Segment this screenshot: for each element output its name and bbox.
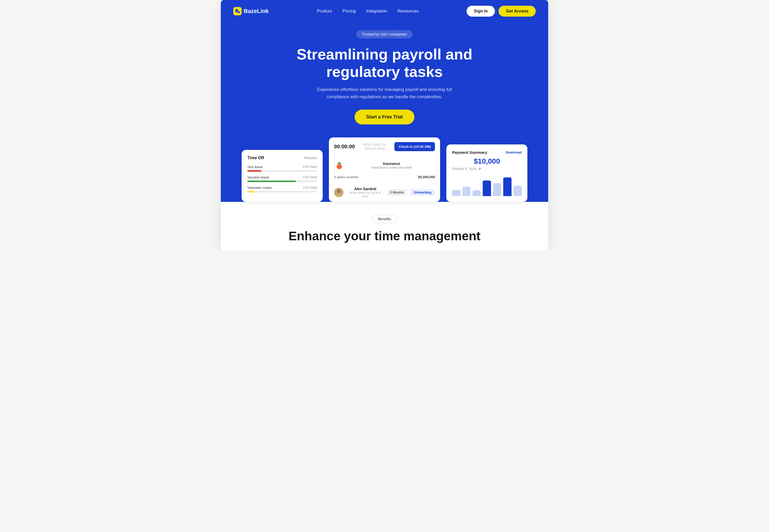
start-trial-button[interactable]: Start a Free Trial bbox=[355, 110, 414, 124]
insurance-amount: $5,000,000 bbox=[418, 175, 435, 179]
leave-volunteer: Volunteer Leave 1/10 Used bbox=[247, 186, 317, 192]
nav-integration[interactable]: Integration bbox=[366, 9, 387, 14]
insurance-subtitle: Insurance to cover your work bbox=[348, 166, 435, 169]
insurance-info: Insurance Insurance to cover your work bbox=[348, 162, 435, 169]
payment-amount: $10,000 bbox=[452, 157, 522, 165]
payment-header: Payment Summary Download bbox=[452, 150, 522, 155]
employee-row: Alex Sandral Write notes for clock-in he… bbox=[329, 183, 440, 202]
time-off-header: Time Off Request bbox=[247, 156, 317, 160]
hero-title: Streamlining payroll and regulatory task… bbox=[294, 46, 475, 80]
hero-section: Trusted by 100+ companies Streamlining p… bbox=[221, 22, 548, 202]
onboarding-badge: Onboarding bbox=[410, 189, 435, 196]
sick-leave-bar-bg bbox=[247, 170, 317, 172]
signin-button[interactable]: Sign In bbox=[467, 6, 495, 17]
employee-info: Alex Sandral Write notes for clock-in he… bbox=[347, 187, 384, 198]
svg-point-2 bbox=[238, 11, 240, 13]
nav-product[interactable]: Product bbox=[317, 9, 332, 14]
bar-4 bbox=[483, 181, 491, 196]
employee-name: Alex Sandral bbox=[347, 187, 384, 191]
sick-leave-label: Sick leave bbox=[247, 165, 263, 169]
payment-summary-card: Payment Summary Download $10,000 October… bbox=[446, 144, 527, 202]
nav-resources[interactable]: Resources bbox=[397, 9, 419, 14]
sick-leave-used: 2/10 Used bbox=[303, 165, 317, 169]
get-access-button[interactable]: Get Access bbox=[499, 6, 536, 17]
payment-date: October 8, 2024 ↗ bbox=[452, 167, 522, 171]
brand-name: BazeLink bbox=[244, 8, 269, 15]
vacation-leave-bar-bg bbox=[247, 181, 317, 182]
vacation-leave-used: 7/10 Used bbox=[303, 175, 317, 179]
brand-icon bbox=[233, 7, 242, 15]
volunteer-leave-bar-bg bbox=[247, 191, 317, 192]
bar-chart bbox=[452, 175, 522, 196]
benefits-title: Enhance your time management bbox=[233, 229, 536, 243]
payment-link-icon: ↗ bbox=[478, 167, 481, 171]
svg-point-7 bbox=[337, 189, 341, 194]
time-off-card: Time Off Request Sick leave 2/10 Used Va… bbox=[242, 150, 323, 202]
insurance-years: 4 years covered bbox=[334, 175, 358, 179]
trusted-badge: Trusted by 100+ companies bbox=[356, 30, 413, 38]
clock-card: 00:00:00 Write notes for clock-in here C… bbox=[329, 137, 440, 202]
navbar: BazeLink Product Pricing Integration Res… bbox=[221, 0, 548, 22]
hero-subtitle: Experience effortless solutions for mana… bbox=[317, 86, 452, 100]
insurance-icon bbox=[334, 160, 344, 171]
checkin-button[interactable]: Check-in (10:25 AM) bbox=[394, 142, 435, 151]
nav-pricing[interactable]: Pricing bbox=[342, 9, 356, 14]
insurance-row: Insurance Insurance to cover your work bbox=[329, 156, 440, 175]
employee-note: Write notes for clock-in here bbox=[347, 191, 384, 198]
volunteer-leave-bar bbox=[247, 191, 254, 192]
clock-time: 00:00:00 bbox=[334, 144, 355, 150]
clock-note[interactable]: Write notes for clock-in here bbox=[359, 142, 391, 151]
bar-5 bbox=[493, 183, 501, 196]
employee-avatar bbox=[334, 188, 343, 197]
volunteer-leave-used: 1/10 Used bbox=[303, 186, 317, 190]
months-badge: 2 Months bbox=[387, 189, 407, 196]
insurance-title: Insurance bbox=[348, 162, 435, 166]
insurance-meta: 4 years covered $5,000,000 bbox=[329, 175, 440, 183]
request-action[interactable]: Request bbox=[304, 156, 317, 160]
vacation-leave-bar bbox=[247, 181, 296, 182]
volunteer-leave-label: Volunteer Leave bbox=[247, 186, 272, 190]
time-off-title: Time Off bbox=[247, 156, 264, 160]
benefits-badge: Benefits bbox=[372, 215, 397, 223]
bar-7 bbox=[514, 186, 522, 196]
vacation-leave-label: Vacation leave bbox=[247, 175, 269, 179]
bar-6 bbox=[503, 177, 511, 196]
payment-title: Payment Summary bbox=[452, 150, 487, 155]
bar-2 bbox=[462, 187, 470, 196]
cards-row: Time Off Request Sick leave 2/10 Used Va… bbox=[233, 137, 536, 202]
download-button[interactable]: Download bbox=[506, 150, 522, 154]
leave-sick: Sick leave 2/10 Used bbox=[247, 165, 317, 172]
nav-links: Product Pricing Integration Resources bbox=[317, 9, 419, 14]
nav-actions: Sign In Get Access bbox=[467, 6, 536, 17]
sick-leave-bar bbox=[247, 170, 261, 172]
benefits-section: Benefits Enhance your time management bbox=[221, 202, 548, 251]
svg-point-1 bbox=[235, 9, 238, 12]
leave-vacation: Vacation leave 7/10 Used bbox=[247, 175, 317, 182]
bar-1 bbox=[452, 190, 460, 196]
brand-logo[interactable]: BazeLink bbox=[233, 7, 269, 15]
bar-3 bbox=[473, 190, 481, 196]
clock-row: 00:00:00 Write notes for clock-in here C… bbox=[329, 137, 440, 156]
